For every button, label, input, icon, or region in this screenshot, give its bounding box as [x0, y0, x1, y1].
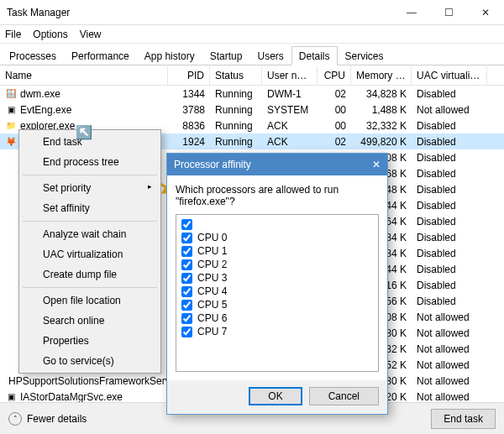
cpu-row[interactable]: CPU 7 — [180, 325, 375, 338]
process-name: HPSupportSolutionsFrameworkService — [8, 375, 168, 387]
table-row[interactable]: ▣EvtEng.exe3788RunningSYSTEM001,488 KNot… — [0, 102, 504, 118]
uac-cell: Disabled — [412, 248, 487, 259]
ctx-end-process-tree[interactable]: End process tree — [21, 152, 159, 172]
cpu-checkbox[interactable] — [181, 246, 192, 257]
tab-app-history[interactable]: App history — [137, 46, 202, 65]
cpu-row[interactable]: CPU 2 — [180, 258, 375, 271]
user-cell: SYSTEM — [262, 104, 318, 116]
cpu-row[interactable]: CPU 3 — [180, 271, 375, 285]
process-icon: 🦊 — [5, 136, 17, 148]
status-cell: Running — [210, 120, 262, 132]
tab-startup[interactable]: Startup — [202, 46, 250, 65]
close-button[interactable]: ✕ — [467, 0, 504, 25]
ctx-properties[interactable]: Properties — [21, 331, 159, 351]
cpu-row[interactable]: CPU 0 — [180, 231, 375, 244]
ctx-open-file-location[interactable]: Open file location — [21, 290, 159, 311]
col-memory[interactable]: Memory (a... — [351, 66, 412, 85]
column-header-row: Name PID Status User name CPU Memory (a.… — [0, 65, 504, 86]
tab-services[interactable]: Services — [338, 46, 391, 65]
cpu-checkbox[interactable] — [181, 300, 192, 311]
ctx-end-task[interactable]: End task — [21, 132, 159, 152]
process-name: dwm.exe — [20, 88, 60, 100]
process-icon: 📁 — [5, 120, 17, 132]
ctx-create-dump-file[interactable]: Create dump file — [21, 264, 159, 285]
table-row[interactable]: 🪟dwm.exe1344RunningDWM-10234,828 KDisabl… — [0, 86, 504, 102]
process-name: IAStorDataMgrSvc.exe — [20, 391, 123, 403]
fewer-details-link[interactable]: ˄ Fewer details — [8, 412, 87, 426]
uac-cell: Disabled — [412, 120, 487, 132]
status-cell: Running — [210, 88, 262, 100]
cpu-row[interactable]: CPU 1 — [180, 244, 375, 258]
uac-cell: Disabled — [412, 216, 487, 227]
cpu-row[interactable]: CPU 6 — [180, 311, 375, 325]
process-icon — [5, 168, 17, 180]
dialog-close-icon[interactable]: ✕ — [372, 159, 381, 170]
end-task-button[interactable]: End task — [431, 409, 496, 429]
ctx-set-affinity[interactable]: Set affinity — [21, 198, 159, 218]
menu-options[interactable]: Options — [33, 29, 67, 40]
uac-cell: Not allowed — [412, 343, 487, 355]
process-icon — [5, 200, 17, 212]
cpu-row[interactable]: CPU 4 — [180, 285, 375, 298]
cpu-row[interactable]: CPU 5 — [180, 298, 375, 311]
cpu-checkbox[interactable] — [181, 327, 192, 337]
uac-cell: Not allowed — [412, 391, 487, 403]
ctx-go-to-service-s-[interactable]: Go to service(s) — [21, 351, 159, 371]
status-cell: Running — [210, 136, 262, 148]
menu-bar: File Options View — [0, 25, 504, 44]
cpu-label: CPU 6 — [197, 312, 227, 324]
tab-strip: Processes Performance App history Startu… — [0, 45, 504, 65]
dialog-question: Which processors are allowed to run "fir… — [176, 184, 379, 207]
process-icon — [5, 232, 17, 243]
uac-cell: Disabled — [412, 200, 487, 212]
cpu-checkbox[interactable] — [181, 259, 192, 270]
ctx-analyze-wait-chain[interactable]: Analyze wait chain — [21, 224, 159, 244]
col-status[interactable]: Status — [210, 66, 262, 85]
ctx-uac-virtualization[interactable]: UAC virtualization — [21, 244, 159, 264]
cpu-checkbox[interactable] — [181, 273, 192, 284]
ctx-set-priority[interactable]: Set priority — [21, 178, 159, 198]
cpu-label: CPU 5 — [197, 299, 227, 311]
user-cell: DWM-1 — [262, 88, 318, 100]
cpu-label: CPU 3 — [197, 272, 227, 284]
cpu-cell: 02 — [318, 88, 351, 100]
ctx-search-online[interactable]: Search online — [21, 311, 159, 331]
cancel-button[interactable]: Cancel — [309, 387, 379, 405]
cpu-checkbox[interactable] — [181, 219, 192, 230]
col-name[interactable]: Name — [0, 66, 168, 85]
process-icon: 🪟 — [5, 88, 17, 100]
tab-performance[interactable]: Performance — [64, 46, 137, 65]
fewer-details-label: Fewer details — [27, 413, 87, 425]
col-pid[interactable]: PID — [168, 66, 210, 85]
dialog-title: Processor affinity — [174, 159, 251, 170]
cpu-label: CPU 2 — [197, 259, 227, 270]
cpu-checkbox[interactable] — [181, 313, 192, 324]
uac-cell: Disabled — [412, 88, 487, 100]
dialog-titlebar[interactable]: Processor affinity ✕ — [167, 154, 387, 175]
cpu-checkbox[interactable] — [181, 233, 192, 243]
window-title: Task Manager — [0, 7, 393, 18]
uac-cell: Disabled — [412, 232, 487, 243]
process-icon — [5, 311, 17, 323]
processor-affinity-dialog: Processor affinity ✕ Which processors ar… — [166, 153, 388, 415]
ok-button[interactable]: OK — [249, 387, 302, 405]
tab-users[interactable]: Users — [249, 46, 291, 65]
menu-view[interactable]: View — [80, 29, 102, 40]
cpu-row[interactable] — [180, 218, 375, 231]
maximize-button[interactable]: ☐ — [430, 0, 467, 25]
process-name: EvtEng.exe — [20, 104, 71, 116]
cpu-checkbox[interactable] — [181, 286, 192, 297]
tab-details[interactable]: Details — [291, 46, 338, 65]
menu-file[interactable]: File — [5, 29, 21, 40]
minimize-button[interactable]: — — [393, 0, 430, 25]
col-user[interactable]: User name — [262, 66, 318, 85]
cpu-label: CPU 7 — [197, 326, 227, 337]
ctx-separator — [23, 221, 157, 222]
col-cpu[interactable]: CPU — [318, 66, 351, 85]
uac-cell: Disabled — [412, 168, 487, 180]
cpu-label: CPU 0 — [197, 232, 227, 243]
tab-processes[interactable]: Processes — [2, 46, 64, 65]
col-uac[interactable]: UAC virtualizati... — [412, 66, 487, 85]
chevron-up-icon: ˄ — [8, 412, 22, 426]
user-cell: ACK — [262, 136, 318, 148]
